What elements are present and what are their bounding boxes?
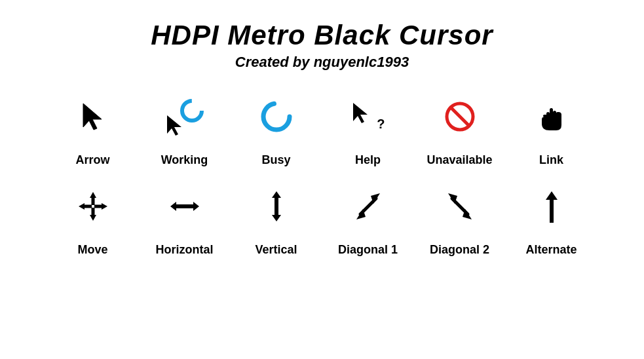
svg-rect-24 bbox=[275, 197, 278, 216]
svg-marker-14 bbox=[90, 215, 96, 221]
cursor-item-diagonal2: Diagonal 2 bbox=[414, 180, 506, 257]
svg-line-28 bbox=[360, 198, 376, 214]
svg-marker-32 bbox=[546, 191, 558, 200]
svg-marker-0 bbox=[83, 104, 102, 130]
svg-line-31 bbox=[452, 198, 468, 214]
svg-line-6 bbox=[451, 107, 469, 126]
diagonal2-icon bbox=[434, 180, 486, 233]
page-subtitle: Created by nguyenlc1993 bbox=[151, 54, 493, 71]
busy-icon bbox=[250, 90, 303, 143]
link-icon bbox=[525, 90, 578, 143]
svg-marker-16 bbox=[79, 203, 85, 210]
svg-point-3 bbox=[263, 104, 290, 130]
svg-marker-25 bbox=[272, 215, 281, 221]
busy-label: Busy bbox=[261, 153, 290, 167]
svg-marker-23 bbox=[272, 191, 281, 198]
svg-rect-19 bbox=[94, 205, 102, 208]
help-icon: ? bbox=[342, 90, 394, 143]
cursor-row-1: Arrow Working bbox=[13, 90, 631, 167]
horizontal-label: Horizontal bbox=[156, 243, 214, 257]
working-icon bbox=[159, 90, 211, 143]
svg-marker-18 bbox=[102, 203, 107, 210]
svg-marker-2 bbox=[167, 115, 181, 136]
svg-marker-20 bbox=[170, 202, 176, 211]
cursor-grid: Arrow Working bbox=[13, 90, 631, 257]
cursor-item-diagonal1: Diagonal 1 bbox=[322, 180, 414, 257]
page-header: HDPI Metro Black Cursor Created by nguye… bbox=[151, 20, 493, 71]
cursor-item-vertical: Vertical bbox=[231, 180, 322, 257]
svg-marker-22 bbox=[193, 202, 199, 211]
page-title: HDPI Metro Black Cursor bbox=[151, 20, 493, 51]
help-label: Help bbox=[355, 153, 381, 167]
svg-point-1 bbox=[182, 101, 202, 121]
svg-rect-21 bbox=[176, 204, 194, 208]
cursor-item-arrow: Arrow bbox=[47, 90, 139, 167]
diagonal1-icon bbox=[342, 180, 394, 233]
working-label: Working bbox=[161, 153, 208, 167]
vertical-label: Vertical bbox=[255, 243, 297, 257]
cursor-item-horizontal: Horizontal bbox=[139, 180, 231, 257]
svg-rect-17 bbox=[84, 205, 92, 208]
svg-rect-33 bbox=[550, 199, 554, 223]
cursor-item-unavailable: Unavailable bbox=[414, 90, 506, 167]
cursor-row-2: Move Horizontal bbox=[13, 180, 631, 257]
unavailable-icon bbox=[434, 90, 486, 143]
vertical-icon bbox=[250, 180, 303, 233]
cursor-item-busy: Busy bbox=[231, 90, 322, 167]
cursor-item-working: Working bbox=[139, 90, 231, 167]
alternate-label: Alternate bbox=[525, 243, 577, 257]
arrow-label: Arrow bbox=[75, 153, 109, 167]
move-label: Move bbox=[77, 243, 107, 257]
cursor-item-help: ? Help bbox=[322, 90, 414, 167]
svg-rect-11 bbox=[546, 112, 550, 126]
arrow-icon bbox=[67, 90, 119, 143]
cursor-item-move: Move bbox=[47, 180, 139, 257]
diagonal1-label: Diagonal 1 bbox=[338, 243, 398, 257]
link-label: Link bbox=[539, 153, 563, 167]
diagonal2-label: Diagonal 2 bbox=[430, 243, 489, 257]
cursor-item-alternate: Alternate bbox=[506, 180, 597, 257]
move-icon bbox=[67, 180, 119, 233]
alternate-icon bbox=[525, 180, 578, 233]
svg-rect-15 bbox=[91, 208, 94, 216]
unavailable-label: Unavailable bbox=[426, 153, 492, 167]
svg-rect-13 bbox=[91, 197, 94, 205]
horizontal-icon bbox=[159, 180, 211, 233]
svg-marker-4 bbox=[353, 103, 368, 123]
svg-marker-12 bbox=[90, 192, 96, 198]
cursor-item-link: Link bbox=[506, 90, 597, 167]
